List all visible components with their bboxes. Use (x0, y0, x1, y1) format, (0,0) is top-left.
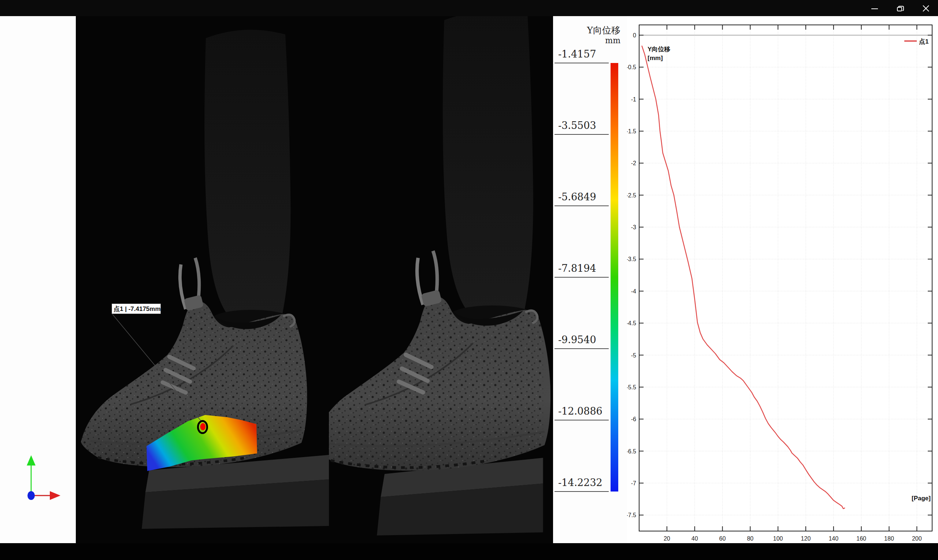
colorbar-tick (555, 491, 609, 492)
y-axis-label-line2: [mm] (647, 55, 663, 62)
point-marker-dot[interactable] (200, 423, 206, 430)
shoe-photo-scene (76, 16, 329, 543)
restore-button[interactable] (892, 2, 909, 15)
y-tick-label: -6 (631, 416, 636, 422)
colorbar-value-label: -12.0886 (558, 405, 603, 417)
y-tick-label: -2.5 (627, 192, 636, 198)
y-tick-label: -4 (631, 288, 636, 294)
y-tick-label: -1.5 (627, 128, 636, 134)
y-tick-label: -5.5 (627, 384, 636, 391)
series-line-point1 (642, 46, 845, 509)
shoe-photo-scene (329, 16, 553, 543)
colorbar-tick (555, 348, 609, 349)
y-tick-label: -1 (631, 96, 636, 103)
colorbar-value-label: -5.6849 (558, 191, 596, 203)
x-tick-label: 80 (747, 535, 753, 542)
colorbar-tick (555, 420, 609, 420)
axis-origin-dot (28, 491, 35, 500)
x-tick-label: 140 (829, 535, 838, 542)
colorbar-panel: Y向位移 mm -1.4157-3.5503-5.6849-7.8194-9.9… (553, 16, 627, 543)
axis-triad-icon (0, 16, 76, 543)
y-tick-label: -0.5 (627, 64, 636, 70)
displacement-chart-panel[interactable]: 204060801001201401601802000-0.5-1-1.5-2-… (627, 16, 938, 543)
x-tick-label: 60 (719, 535, 726, 542)
axis-y-arrow (27, 455, 35, 466)
y-tick-label: -3.5 (627, 256, 636, 262)
y-tick-label: -7.5 (627, 512, 636, 518)
colorbar-tick (555, 205, 609, 206)
colorbar-value-label: -9.9540 (558, 334, 596, 345)
y-tick-label: -5 (631, 352, 636, 358)
minimize-icon (870, 5, 879, 12)
left-toolbar-strip (0, 16, 76, 543)
plot-border (639, 25, 932, 531)
colorbar-value-label: -7.8194 (558, 263, 596, 274)
y-tick-label: -6.5 (627, 448, 636, 454)
colorbar-gradient (610, 63, 618, 492)
y-tick-label: 0 (633, 32, 636, 38)
restore-icon (896, 5, 904, 12)
displacement-chart[interactable]: 204060801001201401601802000-0.5-1-1.5-2-… (627, 16, 938, 543)
title-bar (0, 0, 938, 16)
colorbar-title: Y向位移 mm (587, 25, 620, 45)
leg-silhouette (205, 30, 291, 321)
y-tick-label: -7 (631, 480, 636, 486)
minimize-button[interactable] (866, 2, 883, 15)
legend[interactable]: 点1 (904, 38, 929, 45)
colorbar-unit: mm (587, 36, 620, 45)
page-corner-label: [Page] (912, 495, 931, 502)
point-annotation-label[interactable]: 点1 | -7.4175mm (112, 304, 161, 314)
x-tick-label: 180 (884, 535, 894, 542)
y-tick-label: -3 (631, 224, 636, 230)
x-tick-label: 200 (912, 535, 922, 542)
x-tick-label: 40 (692, 535, 698, 542)
x-tick-label: 120 (801, 535, 811, 542)
colorbar-value-label: -3.5503 (558, 120, 596, 131)
colorbar-value-label: -1.4157 (558, 48, 596, 60)
y-tick-label: -2 (631, 160, 636, 166)
legend-label: 点1 (919, 38, 929, 45)
camera-image-left[interactable]: 点1 | -7.4175mm (76, 16, 329, 543)
y-tick-label: -4.5 (627, 320, 636, 326)
camera-image-right[interactable] (329, 16, 553, 543)
colorbar-value-label: -14.2232 (558, 477, 603, 488)
y-axis-label-line1: Y向位移 (647, 46, 670, 53)
colorbar-tick (555, 134, 609, 135)
axis-x-arrow (50, 491, 60, 500)
colorbar-title-text: Y向位移 (587, 25, 620, 36)
x-tick-label: 160 (857, 535, 866, 542)
colorbar-tick (555, 63, 609, 63)
leg-silhouette (443, 16, 533, 317)
close-icon (922, 5, 930, 12)
colorbar-tick (555, 277, 609, 278)
x-tick-label: 20 (664, 535, 670, 542)
x-tick-label: 100 (773, 535, 783, 542)
bottom-bar (0, 543, 938, 560)
close-button[interactable] (917, 2, 935, 15)
